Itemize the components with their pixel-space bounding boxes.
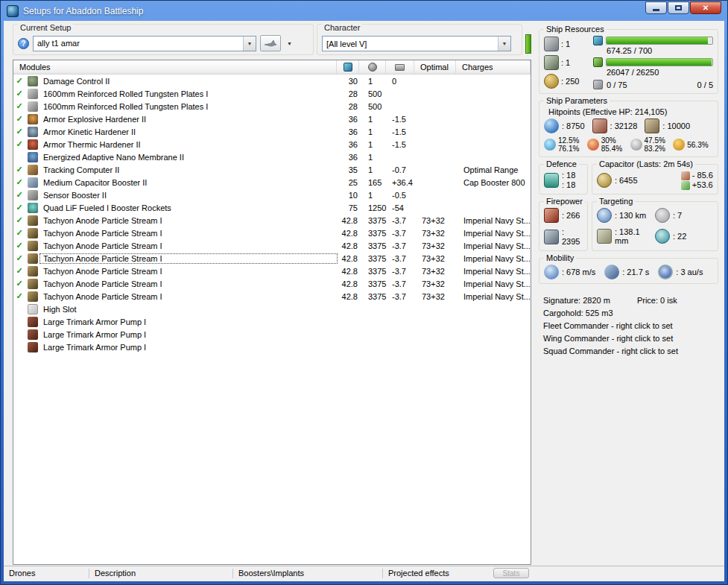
- calibration-icon: [544, 74, 559, 89]
- module-name: Energized Adaptive Nano Membrane II: [40, 153, 337, 162]
- character-combobox-arrow[interactable]: ▼: [498, 37, 510, 51]
- explosive-resist: 56.3%: [673, 139, 713, 151]
- module-row[interactable]: ✓1600mm Reinforced Rolled Tungsten Plate…: [13, 87, 531, 100]
- setup-combobox[interactable]: ally t1 amar ▼: [33, 36, 256, 51]
- maximize-button[interactable]: [668, 1, 689, 14]
- ship-browser-dropdown-arrow[interactable]: ▼: [285, 35, 294, 51]
- module-powergrid-value: 1250: [359, 203, 386, 212]
- character-label: Character: [322, 23, 362, 32]
- module-name: Large Trimark Armor Pump I: [40, 343, 337, 352]
- module-row[interactable]: High Slot: [13, 303, 531, 315]
- module-cap-value: +36.4: [386, 178, 414, 187]
- column-header-capacitor[interactable]: [386, 60, 414, 74]
- close-button[interactable]: ✕: [690, 1, 721, 14]
- fleet-commander-text[interactable]: Fleet Commander - right click to set: [543, 320, 717, 332]
- module-active-check-icon: ✓: [13, 114, 25, 124]
- defence-value-bottom: : 18: [562, 180, 575, 190]
- module-cpu-value: 42.8: [337, 267, 359, 276]
- tab-drones[interactable]: Drones: [4, 569, 89, 578]
- module-row[interactable]: ✓Armor Kinetic Hardener II361-1.5: [13, 125, 531, 138]
- module-name: Medium Capacitor Booster II: [40, 178, 337, 187]
- module-row[interactable]: ✓Sensor Booster II101-0.5: [13, 189, 531, 201]
- structure-hp-value: : 10000: [662, 121, 690, 130]
- column-header-charges[interactable]: Charges: [456, 60, 531, 74]
- capacitor-drain: - 85.6: [692, 171, 713, 180]
- module-row[interactable]: ✓Tachyon Anode Particle Stream I42.83375…: [13, 265, 531, 277]
- module-powergrid-value: 1: [359, 115, 386, 124]
- character-skill-indicator: [525, 34, 531, 54]
- trimark-rig-icon: [28, 329, 38, 340]
- launcher-hardpoints-icon: [544, 55, 559, 70]
- module-name: Tachyon Anode Particle Stream I: [40, 254, 337, 263]
- ship-icon: [264, 39, 277, 48]
- module-row[interactable]: ✓Tachyon Anode Particle Stream I42.83375…: [13, 277, 531, 290]
- module-row[interactable]: Large Trimark Armor Pump I: [13, 315, 531, 328]
- module-active-check-icon: ✓: [13, 241, 25, 250]
- module-optimal-value: 73+32: [414, 216, 456, 225]
- close-icon: ✕: [703, 4, 709, 12]
- column-header-optimal[interactable]: Optimal: [414, 60, 456, 74]
- module-powergrid-value: 1: [359, 140, 386, 149]
- powergrid-icon: [593, 57, 603, 67]
- character-combobox[interactable]: [All level V] ▼: [322, 36, 511, 51]
- module-row[interactable]: Energized Adaptive Nano Membrane II361: [13, 151, 531, 163]
- shield-hp-icon: [544, 118, 559, 133]
- module-row[interactable]: ✓Tracking Computer II351-0.7Optimal Rang…: [13, 163, 531, 176]
- max-velocity-value: : 678 m/s: [562, 268, 595, 276]
- dps-value: : 266: [562, 211, 580, 221]
- wing-commander-text[interactable]: Wing Commander - right click to set: [543, 332, 717, 345]
- module-powergrid-value: 1: [359, 165, 386, 174]
- module-row[interactable]: ✓1600mm Reinforced Rolled Tungsten Plate…: [13, 100, 531, 113]
- mobility-group: Mobility : 678 m/s : 21.7 s : 3 au/s: [539, 258, 718, 284]
- module-powergrid-value: 500: [359, 89, 386, 98]
- titlebar[interactable]: Setups for Abaddon Battleship ✕: [1, 1, 727, 21]
- squad-commander-text[interactable]: Squad Commander - right click to set: [543, 345, 717, 358]
- module-cpu-value: 42.8: [337, 229, 359, 238]
- targeting-range-value: : 130 km: [615, 211, 646, 220]
- help-icon[interactable]: ?: [18, 38, 29, 49]
- module-name: Damage Control II: [40, 77, 337, 86]
- module-active-check-icon: ✓: [13, 177, 25, 187]
- module-row[interactable]: ✓Quad LiF Fueled I Booster Rockets751250…: [13, 201, 531, 214]
- module-active-check-icon: ✓: [13, 253, 25, 263]
- tab-projected-effects[interactable]: Projected effects: [383, 569, 487, 578]
- module-row[interactable]: ✓Armor Explosive Hardener II361-1.5: [13, 113, 531, 125]
- module-cpu-value: 42.8: [337, 241, 359, 250]
- module-row[interactable]: Large Trimark Armor Pump I: [13, 341, 531, 353]
- tab-description[interactable]: Description: [89, 569, 232, 578]
- column-header-powergrid[interactable]: [359, 60, 386, 74]
- capacitor-group: Capacitor (Lasts: 2m 54s) : 6455 - 85.6 …: [592, 164, 718, 195]
- armor-plate-icon: [28, 89, 38, 99]
- module-cpu-value: 35: [337, 165, 359, 174]
- minimize-button[interactable]: [645, 1, 667, 14]
- modules-table-header[interactable]: Modules Optimal Charges: [13, 60, 531, 75]
- column-header-cpu[interactable]: [337, 60, 359, 74]
- module-row[interactable]: ✓Armor Thermic Hardener II361-1.5: [13, 138, 531, 151]
- column-header-modules[interactable]: Modules: [13, 60, 337, 74]
- stats-button[interactable]: Stats: [493, 568, 529, 578]
- ship-browser-button[interactable]: [260, 35, 281, 51]
- module-row[interactable]: ✓Tachyon Anode Particle Stream I42.83375…: [13, 290, 531, 303]
- capacitor-icon: [597, 173, 612, 188]
- module-row[interactable]: ✓Damage Control II3010: [13, 75, 531, 87]
- tachyon-laser-icon: [28, 253, 38, 264]
- turret-hardpoints-value: : 1: [561, 39, 570, 48]
- module-name: High Slot: [40, 305, 337, 314]
- em-shield-resist: 12.5%: [558, 136, 579, 145]
- tab-boosters-implants[interactable]: Boosters\Implants: [233, 569, 382, 578]
- module-row[interactable]: ✓Tachyon Anode Particle Stream I42.83375…: [13, 252, 531, 265]
- module-optimal-value: 73+32: [414, 229, 456, 238]
- sensor-strength-icon: [655, 229, 670, 244]
- firepower-group: Firepower : 266 : 2395: [539, 201, 588, 251]
- setup-combobox-arrow[interactable]: ▼: [243, 37, 256, 51]
- module-row[interactable]: ✓Tachyon Anode Particle Stream I42.83375…: [13, 214, 531, 227]
- tachyon-laser-icon: [28, 279, 38, 289]
- align-time-icon: [604, 265, 619, 279]
- module-row[interactable]: ✓Tachyon Anode Particle Stream I42.83375…: [13, 227, 531, 239]
- module-row[interactable]: Large Trimark Armor Pump I: [13, 328, 531, 341]
- thermal-resist-icon: [587, 139, 599, 151]
- module-row[interactable]: ✓Tachyon Anode Particle Stream I42.83375…: [13, 239, 531, 252]
- module-active-check-icon: ✓: [13, 101, 25, 111]
- kinetic-resist: 47.5%83.2%: [630, 136, 671, 153]
- module-row[interactable]: ✓Medium Capacitor Booster II25165+36.4Ca…: [13, 176, 531, 189]
